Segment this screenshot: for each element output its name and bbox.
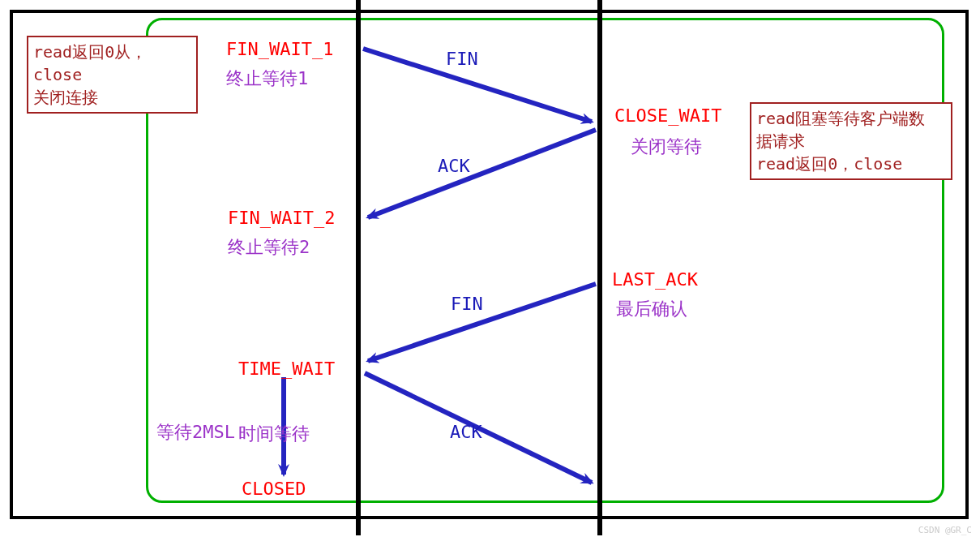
msg-fin-2: FIN: [451, 294, 483, 314]
msg-ack-1: ACK: [438, 156, 470, 176]
desc-close-wait: 关闭等待: [631, 135, 702, 159]
note-right-line1: read阻塞等待客户端数: [756, 109, 925, 128]
desc-fin-wait-1: 终止等待1: [226, 67, 308, 91]
note-right: read阻塞等待客户端数 据请求 read返回0，close: [750, 102, 952, 180]
state-last-ack: LAST_ACK: [612, 269, 698, 290]
state-close-wait: CLOSE_WAIT: [614, 105, 721, 126]
note-left-line2: 关闭连接: [33, 88, 98, 107]
note-left-line1: read返回0从，close: [33, 42, 147, 84]
desc-last-ack: 最后确认: [616, 297, 687, 321]
msg-fin-1: FIN: [446, 49, 478, 69]
state-time-wait: TIME_WAIT: [238, 359, 335, 379]
desc-fin-wait-2: 终止等待2: [228, 235, 310, 260]
desc-time-wait: 时间等待: [238, 422, 310, 446]
note-right-line2: 据请求: [756, 131, 805, 151]
label-wait-2msl: 等待2MSL: [156, 420, 235, 445]
msg-ack-2: ACK: [450, 422, 482, 442]
svg-line-1: [368, 130, 596, 217]
watermark: CSDN @GR_C: [918, 525, 972, 535]
state-closed: CLOSED: [242, 479, 306, 499]
note-right-line3: read返回0，close: [756, 154, 902, 174]
state-fin-wait-2: FIN_WAIT_2: [228, 208, 335, 228]
note-left: read返回0从，close 关闭连接: [27, 36, 198, 114]
state-fin-wait-1: FIN_WAIT_1: [226, 39, 333, 59]
